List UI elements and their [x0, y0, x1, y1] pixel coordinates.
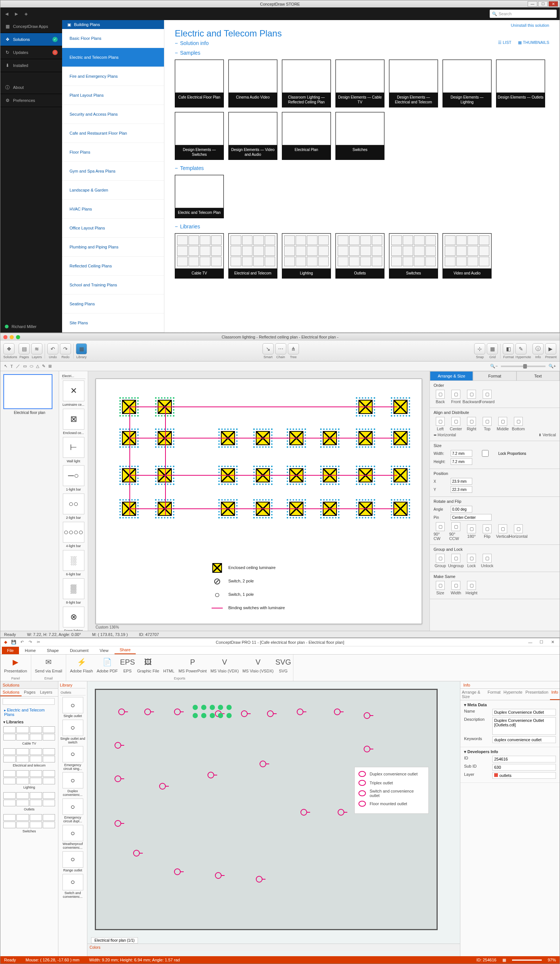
close-btn[interactable]: ✕	[548, 639, 557, 645]
outlet[interactable]	[334, 708, 340, 715]
rp-action[interactable]: ▢Ungroup	[449, 554, 462, 568]
nav-fwd-icon[interactable]: ▶	[13, 10, 20, 17]
min-btn[interactable]: —	[526, 639, 535, 645]
info-tab[interactable]: Arrange & Size	[460, 689, 486, 700]
present-btn[interactable]: ▶	[545, 343, 556, 355]
info-tab[interactable]: Format	[486, 689, 502, 700]
pin-input[interactable]	[451, 514, 492, 521]
outlet[interactable]	[114, 742, 121, 749]
grid-btn[interactable]: ▦	[487, 343, 498, 355]
rp-action[interactable]: ▢Front	[449, 390, 462, 404]
content-card[interactable]: Electrical and Telecom	[228, 233, 277, 279]
save-icon[interactable]: 💾	[11, 639, 17, 645]
lib-shape[interactable]: ○	[62, 720, 83, 736]
info-layer[interactable]: outlets	[492, 772, 556, 779]
export-btn[interactable]: PMS PowerPoint	[179, 656, 207, 673]
export-btn[interactable]: VMS Visio (VDX)	[210, 656, 239, 673]
zoom-in-icon[interactable]: 🔍+	[549, 364, 556, 368]
page-thumb[interactable]	[3, 374, 52, 409]
max-dot[interactable]	[16, 335, 20, 339]
outlet[interactable]	[364, 746, 370, 752]
lib-shape[interactable]: ○	[62, 746, 83, 762]
cat-item[interactable]: Gym and Spa Area Plans	[62, 162, 164, 181]
sol-lib[interactable]: Switches	[0, 813, 58, 835]
ribbon-tab[interactable]: Shape	[42, 647, 64, 654]
section-libraries[interactable]: Libraries	[175, 223, 549, 230]
rp-action[interactable]: ▢Backward	[465, 390, 478, 404]
rp-action[interactable]: ▢Middle	[496, 417, 510, 431]
lib-shape[interactable]: ○	[62, 825, 83, 841]
rect-icon[interactable]: ▭	[23, 364, 27, 368]
undo-icon[interactable]: ↶	[19, 639, 25, 645]
text-icon[interactable]: T	[10, 364, 13, 368]
rp-action[interactable]: ▢Forward	[480, 390, 494, 404]
nav-updates[interactable]: ↻Updates0	[0, 46, 62, 59]
close-button[interactable]: ✕	[549, 1, 558, 7]
content-card[interactable]: Switches	[335, 112, 384, 160]
content-card[interactable]: Cafe Electrical Floor Plan	[175, 60, 224, 107]
min-button[interactable]: —	[527, 1, 537, 7]
cat-item[interactable]: HVAC Plans	[62, 200, 164, 219]
shape-item[interactable]: ⊢	[63, 437, 85, 458]
outlet[interactable]	[260, 760, 266, 767]
content-card[interactable]: Lighting	[282, 233, 331, 279]
outlet[interactable]	[114, 775, 121, 782]
rp-action[interactable]: ▢Bottom	[512, 417, 525, 431]
rp-action[interactable]: ▢Group	[433, 554, 447, 568]
send-email-btn[interactable]: ✉Send via Email	[35, 656, 62, 673]
smart-btn[interactable]: ↘	[262, 343, 273, 355]
content-card[interactable]: Design Elements — Lighting	[443, 60, 492, 107]
nav-back-icon[interactable]: ◀	[3, 10, 10, 17]
export-btn[interactable]: ⚡Adobe Flash	[70, 656, 93, 673]
lib-shape[interactable]: ○	[62, 874, 83, 891]
cat-item[interactable]: School and Training Plans	[62, 275, 164, 295]
cat-item[interactable]: Plumbing and Piping Plans	[62, 238, 164, 257]
content-card[interactable]: Design Elements — Cable TV	[335, 60, 384, 107]
sol-tab[interactable]: Solutions	[0, 689, 21, 696]
nav-solutions[interactable]: ❖Solutions✓	[0, 33, 62, 46]
lib-tab[interactable]: Outlets	[60, 690, 86, 695]
info-desc[interactable]: Duplex Convenience Outlet [Outlets.cdl]	[492, 717, 556, 735]
rp-action[interactable]: ▢Unlock	[480, 554, 494, 568]
rp-action[interactable]: ▢90° CCW	[449, 522, 462, 541]
cat-item[interactable]: Plant Layout Plans	[62, 86, 164, 105]
rp-action[interactable]: ▢Size	[433, 581, 447, 595]
outlet[interactable]	[133, 850, 140, 857]
rp-action[interactable]: ▢Flip	[480, 524, 494, 539]
cat-item[interactable]: Reflected Ceiling Plans	[62, 257, 164, 275]
ribbon-tab[interactable]: Home	[20, 647, 41, 654]
info-tab[interactable]: Presentation	[524, 689, 550, 700]
outlet[interactable]	[267, 710, 273, 717]
shape-item[interactable]: ⊗	[63, 607, 85, 627]
ribbon-tab[interactable]: View	[94, 647, 114, 654]
cat-item[interactable]: Basic Floor Plans	[62, 29, 164, 48]
redo-btn[interactable]: ↷	[60, 343, 71, 355]
page-tab[interactable]: Electrical floor plan (1/1)	[91, 937, 138, 944]
rp-action[interactable]: ▢180°	[465, 524, 478, 539]
max-button[interactable]: ☐	[538, 1, 548, 7]
undo-btn[interactable]: ↶	[47, 343, 59, 355]
category-header[interactable]: ▣Building Plans	[62, 20, 164, 29]
lib-shape[interactable]: ○	[62, 772, 83, 788]
cat-item[interactable]: Fire and Emergency Plans	[62, 67, 164, 86]
info-tab[interactable]: Hypernote	[502, 689, 524, 700]
content-card[interactable]: Classroom Lighting — Reflected Ceiling P…	[282, 60, 331, 107]
uninstall-link[interactable]: Uninstall this solution	[511, 23, 549, 28]
sol-lib[interactable]: Lighting	[0, 770, 58, 791]
lib-shape[interactable]: ○	[62, 851, 83, 868]
cat-item[interactable]: Security and Access Plans	[62, 105, 164, 124]
info-tab[interactable]: Info	[550, 689, 560, 700]
section-samples[interactable]: Samples	[175, 50, 549, 56]
sol-lib[interactable]: Outlets	[0, 791, 58, 813]
canvas-area[interactable]: Enclosed ceiling luminaire ⊘Switch, 2 po…	[88, 371, 430, 631]
ribbon-tab[interactable]: Document	[65, 647, 94, 654]
rp-action[interactable]: ▢Center	[449, 417, 462, 431]
cat-item[interactable]: Landscape & Garden	[62, 181, 164, 200]
ribbon-tab[interactable]: File	[2, 647, 19, 654]
outlet[interactable]	[215, 872, 221, 879]
win-canvas[interactable]: Duplex convenience outletTriplex outletS…	[87, 681, 460, 956]
tree-btn[interactable]: ⋔	[288, 343, 299, 355]
close-dot[interactable]	[3, 335, 7, 339]
outlet[interactable]	[364, 712, 370, 719]
shape-item[interactable]: ░	[63, 550, 85, 571]
